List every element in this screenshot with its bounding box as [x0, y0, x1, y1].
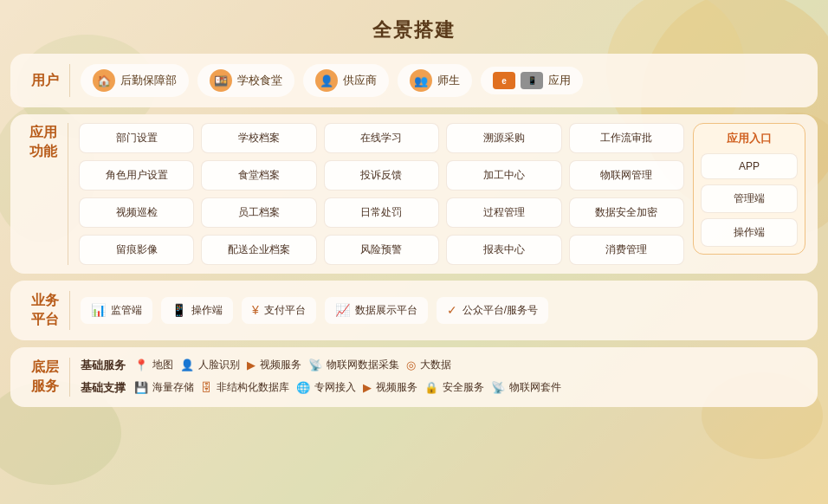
app-label: 应用 功能 — [23, 123, 64, 162]
bottom-item-security-label: 安全服务 — [443, 380, 484, 395]
platform-item-pay[interactable]: ¥ 支付平台 — [242, 297, 316, 324]
user-item-teachers[interactable]: 👥 师生 — [398, 64, 472, 97]
side-btn-ops[interactable]: 操作端 — [701, 218, 798, 247]
app-row: 应用 功能 部门设置学校档案在线学习溯源采购工作流审批角色用户设置食堂档案投诉反… — [23, 123, 805, 265]
bottom-row-card: 底层 服务 基础服务 📍 地图 👤 人脸识别 — [10, 347, 818, 407]
bottom-item-video[interactable]: ▶ 视频服务 — [247, 358, 301, 372]
func-btn-17[interactable]: 风险预警 — [324, 235, 439, 265]
bottom-item-face[interactable]: 👤 人脸识别 — [180, 358, 240, 372]
platform-item-public[interactable]: ✓ 公众平台/服务号 — [437, 297, 548, 324]
bottom-item-video2[interactable]: ▶ 视频服务 — [363, 380, 417, 395]
user-item-canteen[interactable]: 🍱 学校食堂 — [197, 64, 294, 97]
platform-row: 业务 平台 📊 监管端 📱 操作端 ¥ 支付平台 📈 — [24, 291, 804, 330]
platform-item-pay-label: 支付平台 — [264, 303, 306, 318]
platform-item-data-label: 数据展示平台 — [355, 303, 417, 318]
e-icon: e — [493, 72, 515, 89]
platform-item-monitor[interactable]: 📊 监管端 — [81, 297, 152, 324]
bottom-content: 基础服务 📍 地图 👤 人脸识别 ▶ 视频服务 — [74, 358, 804, 396]
user-item-supplier-label: 供应商 — [343, 73, 377, 88]
bottom-item-map-label: 地图 — [152, 358, 173, 372]
func-btn-16[interactable]: 配送企业档案 — [201, 235, 316, 265]
bottom-item-face-label: 人脸识别 — [198, 358, 240, 372]
func-btn-0[interactable]: 部门设置 — [79, 123, 194, 153]
func-btn-9[interactable]: 物联网管理 — [569, 160, 684, 191]
user-row-card: 用户 🏠 后勤保障部 🍱 学校食堂 👤 供应商 👥 师生 — [10, 54, 818, 107]
bottom-item-iot2-label: 物联网套件 — [509, 380, 561, 395]
func-btn-7[interactable]: 投诉反馈 — [324, 160, 439, 191]
func-btn-15[interactable]: 留痕影像 — [79, 235, 194, 265]
app-row-card: 应用 功能 部门设置学校档案在线学习溯源采购工作流审批角色用户设置食堂档案投诉反… — [10, 114, 818, 274]
network-icon: 🌐 — [296, 381, 310, 394]
user-item-logistics[interactable]: 🏠 后勤保障部 — [81, 64, 189, 97]
iot2-icon: 📡 — [491, 381, 505, 394]
bottom-item-iot-label: 物联网数据采集 — [327, 358, 399, 372]
func-btn-10[interactable]: 视频巡检 — [79, 197, 194, 228]
app-buttons-grid: 部门设置学校档案在线学习溯源采购工作流审批角色用户设置食堂档案投诉反馈加工中心物… — [72, 123, 684, 265]
db-icon: 🗄 — [201, 381, 212, 394]
video-icon: ▶ — [247, 359, 256, 372]
side-btn-admin[interactable]: 管理端 — [701, 184, 798, 213]
func-btn-8[interactable]: 加工中心 — [446, 160, 561, 191]
bottom-item-video2-label: 视频服务 — [376, 380, 417, 395]
bottom-item-iot[interactable]: 📡 物联网数据采集 — [308, 358, 399, 372]
func-btn-12[interactable]: 日常处罚 — [324, 197, 439, 228]
data-icon: 📈 — [335, 303, 350, 317]
user-item-teachers-label: 师生 — [437, 73, 460, 88]
monitor-icon: 📊 — [91, 303, 106, 317]
side-btn-app[interactable]: APP — [701, 153, 798, 179]
page-title: 全景搭建 — [10, 10, 818, 54]
func-btn-2[interactable]: 在线学习 — [324, 123, 439, 153]
func-btn-4[interactable]: 工作流审批 — [569, 123, 684, 153]
bottom-item-network-label: 专网接入 — [314, 380, 356, 395]
func-btn-5[interactable]: 角色用户设置 — [79, 160, 194, 191]
bottom-item-iot2[interactable]: 📡 物联网套件 — [491, 380, 561, 395]
divider-platform — [69, 291, 70, 330]
func-btn-14[interactable]: 数据安全加密 — [569, 197, 684, 228]
func-btn-1[interactable]: 学校档案 — [201, 123, 316, 153]
bottom-item-security[interactable]: 🔒 安全服务 — [424, 380, 484, 395]
iot-icon: 📡 — [308, 359, 322, 372]
user-item-app-label: 应用 — [548, 73, 571, 88]
func-btn-18[interactable]: 报表中心 — [446, 235, 561, 265]
bottom-item-map[interactable]: 📍 地图 — [134, 358, 173, 372]
user-row: 用户 🏠 后勤保障部 🍱 学校食堂 👤 供应商 👥 师生 — [24, 64, 804, 97]
house-icon: 🏠 — [93, 69, 115, 92]
func-btn-11[interactable]: 员工档案 — [201, 197, 316, 228]
platform-item-ops-label: 操作端 — [191, 303, 223, 318]
user-item-supplier[interactable]: 👤 供应商 — [303, 64, 389, 97]
func-btn-3[interactable]: 溯源采购 — [446, 123, 561, 153]
platform-label: 业务 平台 — [24, 291, 66, 330]
person-supply-icon: 👤 — [315, 69, 338, 92]
face-icon: 👤 — [180, 359, 194, 372]
bottom-item-storage-label: 海量存储 — [152, 380, 194, 395]
storage-icon: 💾 — [134, 381, 148, 394]
bottom-item-db[interactable]: 🗄 非结构化数据库 — [201, 380, 289, 395]
bottom-row: 底层 服务 基础服务 📍 地图 👤 人脸识别 — [24, 358, 804, 397]
divider-bottom — [69, 358, 70, 397]
bottom-item-db-label: 非结构化数据库 — [217, 380, 289, 395]
platform-item-ops[interactable]: 📱 操作端 — [161, 297, 233, 324]
persons-icon: 👥 — [410, 69, 432, 92]
func-btn-6[interactable]: 食堂档案 — [201, 160, 316, 191]
bottom-item-bigdata[interactable]: ◎ 大数据 — [406, 358, 451, 372]
user-item-canteen-label: 学校食堂 — [237, 73, 282, 88]
bottom-item-video-label: 视频服务 — [260, 358, 301, 372]
func-btn-19[interactable]: 消费管理 — [569, 235, 684, 265]
bottom-label: 底层 服务 — [24, 358, 66, 397]
basic-service-items: 📍 地图 👤 人脸识别 ▶ 视频服务 📡 — [134, 358, 804, 372]
app-side-title: 应用入口 — [701, 131, 798, 146]
basic-support-label: 基础支撑 — [81, 380, 126, 396]
phone-icon: 📱 — [521, 72, 543, 89]
bottom-item-bigdata-label: 大数据 — [420, 358, 451, 372]
bottom-item-storage[interactable]: 💾 海量存储 — [134, 380, 194, 395]
user-item-app[interactable]: e 📱 应用 — [481, 67, 583, 94]
platform-row-card: 业务 平台 📊 监管端 📱 操作端 ¥ 支付平台 📈 — [10, 281, 818, 340]
video2-icon: ▶ — [363, 381, 372, 394]
bottom-item-network[interactable]: 🌐 专网接入 — [296, 380, 356, 395]
platform-item-data[interactable]: 📈 数据展示平台 — [325, 297, 428, 324]
basic-support-items: 💾 海量存储 🗄 非结构化数据库 🌐 专网接入 ▶ — [134, 380, 804, 395]
divider-user — [69, 64, 70, 97]
app-side-panel: 应用入口 APP 管理端 操作端 — [693, 123, 805, 255]
func-btn-13[interactable]: 过程管理 — [446, 197, 561, 228]
basic-support-row: 基础支撑 💾 海量存储 🗄 非结构化数据库 🌐 专网接入 — [81, 380, 804, 396]
